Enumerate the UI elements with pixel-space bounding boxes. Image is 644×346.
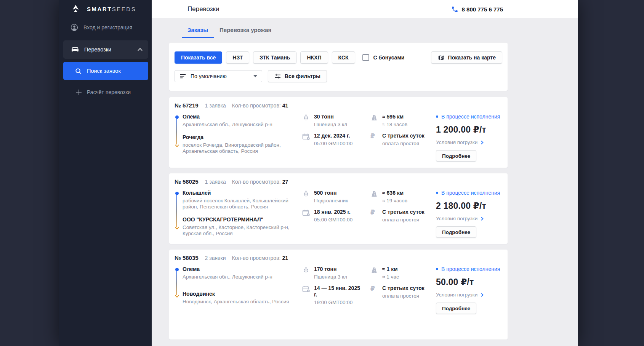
route-origin: Колышлей рабочий поселок Колышлей, Колыш… bbox=[183, 190, 295, 210]
payment-stat: ₽ С третьих сутокоплата простоя bbox=[370, 133, 436, 147]
ruble-icon: ₽ bbox=[370, 133, 379, 147]
filter-chip-nkhp[interactable]: НКХП bbox=[300, 51, 328, 64]
road-icon bbox=[370, 190, 379, 204]
order-requests: 1 заявка bbox=[205, 103, 226, 109]
chevron-right-icon bbox=[481, 217, 484, 221]
views-label: Кол-во просмотров: bbox=[232, 103, 281, 109]
loading-conditions-link[interactable]: Условия погрузки bbox=[436, 292, 502, 298]
filter-chip-ztk[interactable]: ЗТК Тамань bbox=[253, 51, 296, 64]
distance: ≈ 636 км bbox=[382, 190, 407, 196]
order-views: Кол-во просмотров:21 bbox=[232, 255, 288, 261]
road-icon bbox=[370, 266, 379, 280]
order-header: № 57219 1 заявка Кол-во просмотров:41 bbox=[175, 102, 502, 109]
order-right-column: В процессе исполнения 1 200.00 ₽/т Услов… bbox=[436, 114, 502, 162]
distance: ≈ 595 км bbox=[382, 114, 407, 120]
destination-subtitle: Советская ул., Касторное, Касторенский р… bbox=[183, 224, 295, 237]
order-header: № 58035 2 заявки Кол-во просмотров:21 bbox=[175, 255, 502, 261]
details-button[interactable]: Подробнее bbox=[436, 150, 476, 162]
cargo-type: Пшеница 3 кл bbox=[314, 122, 347, 128]
views-value: 27 bbox=[282, 179, 288, 185]
sort-select[interactable]: По умолчанию bbox=[175, 70, 262, 82]
payment-title: С третьих суток bbox=[382, 133, 425, 139]
bonus-checkbox[interactable] bbox=[362, 54, 369, 61]
sidebar-item-search-requests[interactable]: Поиск заявок bbox=[63, 62, 148, 80]
distance-stat: ≈ 595 км≈ 18 часов bbox=[370, 114, 436, 128]
search-icon bbox=[75, 67, 82, 75]
sidebar: SMARTSEEDS Вход и регистрация Перевозки … bbox=[59, 0, 152, 346]
plus-icon bbox=[76, 89, 82, 95]
order-requests: 2 заявки bbox=[205, 255, 226, 261]
status-dot-icon bbox=[436, 192, 438, 194]
route-column: Колышлей рабочий поселок Колышлей, Колыш… bbox=[175, 190, 302, 237]
cargo-type: Подсолнечник bbox=[314, 198, 348, 204]
order-card: № 57219 1 заявка Кол-во просмотров:41 bbox=[169, 97, 508, 168]
show-all-button[interactable]: Показать всё bbox=[175, 51, 222, 64]
route-arrow-down-icon bbox=[175, 144, 179, 147]
order-requests: 1 заявка bbox=[205, 179, 226, 185]
filter-chip-nzt[interactable]: НЗТ bbox=[226, 51, 249, 64]
views-value: 21 bbox=[282, 255, 288, 261]
filter-chip-ksk[interactable]: КСК bbox=[332, 51, 355, 64]
sidebar-login-label: Вход и регистрация bbox=[83, 24, 132, 30]
sidebar-item-login[interactable]: Вход и регистрация bbox=[59, 23, 152, 32]
views-label: Кол-во просмотров: bbox=[232, 179, 281, 185]
sort-value: По умолчанию bbox=[191, 73, 227, 79]
brand-logo: SMARTSEEDS bbox=[59, 0, 152, 14]
wheat-icon bbox=[302, 190, 311, 204]
conditions-label: Условия погрузки bbox=[436, 216, 477, 221]
origin-subtitle: рабочий поселок Колышлей, Колышлейский р… bbox=[183, 198, 295, 210]
all-filters-button[interactable]: Все фильтры bbox=[268, 70, 327, 82]
chevron-up-icon bbox=[138, 48, 143, 51]
load-time: 05:00 GMT00:00 bbox=[314, 217, 352, 223]
distance-stat: ≈ 636 км≈ 19 часов bbox=[370, 190, 436, 204]
route-rail bbox=[175, 192, 179, 229]
tab-harvest[interactable]: Перевозка урожая bbox=[214, 27, 277, 38]
status-text: В процессе исполнения bbox=[441, 266, 500, 272]
brand-name: SMARTSEEDS bbox=[87, 6, 136, 12]
route-destination: Новодвинск Новодвинск, Архангельская обл… bbox=[183, 291, 295, 305]
cargo-column: 30 тоннПшеница 3 кл 12 дек. 2024 г.05:00… bbox=[302, 114, 370, 147]
duration: ≈ 1 час bbox=[382, 274, 399, 280]
route-arrow-down-icon bbox=[175, 295, 179, 298]
details-button[interactable]: Подробнее bbox=[436, 226, 476, 238]
route-line bbox=[176, 271, 177, 295]
date-stat: 12 дек. 2024 г.05:00 GMT00:00 bbox=[302, 133, 370, 147]
tonnage: 500 тонн bbox=[314, 190, 348, 196]
route-origin: Олема Архангельская обл., Лешуконский р-… bbox=[183, 266, 295, 280]
tab-bar: Заказы Перевозка урожая bbox=[182, 27, 578, 38]
road-icon bbox=[370, 114, 379, 128]
details-button[interactable]: Подробнее bbox=[436, 303, 476, 314]
route-arrow-down-icon bbox=[175, 227, 179, 229]
conditions-label: Условия погрузки bbox=[436, 292, 477, 298]
duration: ≈ 19 часов bbox=[382, 198, 407, 204]
loading-conditions-link[interactable]: Условия погрузки bbox=[436, 139, 502, 145]
brand-arrow-icon bbox=[71, 4, 80, 14]
cargo-stat: 170 тоннПшеница 3 кл bbox=[302, 266, 370, 280]
phone-link[interactable]: 8 800 775 6 775 bbox=[451, 6, 503, 13]
cargo-stat: 500 тоннПодсолнечник bbox=[302, 190, 370, 204]
sliders-icon bbox=[274, 73, 281, 80]
price: 2 180.00 ₽/т bbox=[436, 201, 502, 211]
sidebar-item-calc[interactable]: Расчёт перевозки bbox=[76, 89, 152, 95]
date-stat: 18 янв. 2025 г.05:00 GMT00:00 bbox=[302, 209, 370, 223]
route-line bbox=[176, 195, 177, 227]
loading-conditions-link[interactable]: Условия погрузки bbox=[436, 216, 502, 221]
payment-subtitle: оплата простоя bbox=[382, 293, 425, 299]
topbar: Перевозки 8 800 775 6 775 bbox=[152, 0, 578, 18]
calendar-clock-icon bbox=[302, 133, 311, 147]
origin-subtitle: Архангельская обл., Лешуконский р-н bbox=[183, 274, 295, 280]
destination-subtitle: поселок Рочегда, Виноградовский район, А… bbox=[183, 142, 295, 154]
payment-title: С третьих суток bbox=[382, 285, 425, 292]
sort-icon bbox=[179, 73, 186, 80]
tonnage: 170 тонн bbox=[314, 266, 347, 272]
origin-title: Олема bbox=[183, 114, 295, 120]
price: 1 200.00 ₽/т bbox=[436, 125, 502, 135]
order-number: № 57219 bbox=[175, 102, 199, 109]
sidebar-item-transport[interactable]: Перевозки bbox=[63, 40, 148, 59]
route-line bbox=[176, 119, 177, 144]
tab-orders[interactable]: Заказы bbox=[182, 27, 214, 38]
origin-title: Колышлей bbox=[183, 190, 295, 196]
destination-title: Новодвинск bbox=[183, 291, 295, 297]
car-icon bbox=[71, 45, 79, 54]
show-on-map-button[interactable]: Показать на карте bbox=[431, 51, 502, 64]
